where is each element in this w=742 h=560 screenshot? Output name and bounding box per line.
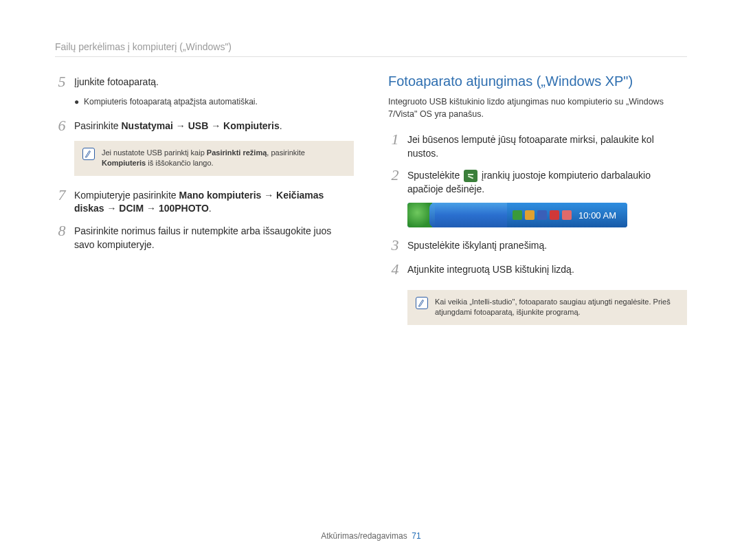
bullet-dot: ●	[74, 97, 80, 108]
system-tray: 10:00 AM	[507, 203, 627, 227]
taskbar-clock: 10:00 AM	[574, 210, 623, 221]
note-icon	[416, 297, 428, 309]
page-footer: Atkūrimas/redagavimas 71	[0, 531, 742, 541]
step-text: Spustelėkite įrankių juostoje kompiuteri…	[407, 167, 687, 196]
note-text: Jei nustatote USB parinktį kaip Pasirink…	[102, 148, 346, 169]
section-intro: Integruoto USB kištukinio lizdo atjungim…	[388, 96, 687, 120]
tray-display-icon	[537, 210, 547, 220]
step-number: 5	[55, 74, 69, 90]
step-number: 4	[388, 261, 402, 278]
tray-shield-icon	[525, 210, 535, 220]
tray-network-icon	[562, 210, 572, 220]
footer-label: Atkūrimas/redagavimas	[321, 531, 407, 541]
step-8: 8 Pasirinkite norimus failus ir nutempki…	[55, 223, 354, 251]
note-box: Jei nustatote USB parinktį kaip Pasirink…	[74, 141, 354, 176]
tray-remove-hardware-icon	[513, 210, 522, 220]
step-5-sub: ● Kompiuteris fotoaparatą atpažįsta auto…	[74, 97, 354, 108]
step-5: 5 Įjunkite fotoaparatą.	[55, 74, 354, 90]
columns: 5 Įjunkite fotoaparatą. ● Kompiuteris fo…	[55, 74, 687, 539]
note-box: Kai veikia „Intelli-studio", fotoaparato…	[407, 290, 687, 325]
tray-volume-icon	[550, 210, 559, 220]
right-column: Fotoaparato atjungimas („Windows XP") In…	[388, 74, 687, 539]
step-text: Spustelėkite iškylantį pranešimą.	[407, 237, 547, 253]
note-text: Kai veikia „Intelli-studio", fotoaparato…	[435, 297, 679, 318]
sub-text: Kompiuteris fotoaparatą atpažįsta automa…	[84, 97, 258, 108]
note-icon	[82, 148, 95, 160]
step-1: 1 Jei būsenos lemputė jūsų fotoaparate m…	[388, 131, 687, 160]
step-number: 3	[388, 237, 402, 254]
left-column: 5 Įjunkite fotoaparatą. ● Kompiuteris fo…	[55, 74, 354, 539]
step-text: Įjunkite fotoaparatą.	[74, 74, 159, 89]
header-title: Failų perkėlimas į kompiuterį („Windows"…	[55, 41, 232, 52]
step-text: Pasirinkite norimus failus ir nutempkite…	[74, 223, 354, 251]
windows-taskbar: 10:00 AM	[407, 203, 627, 227]
step-2: 2 Spustelėkite įrankių juostoje kompiute…	[388, 167, 687, 196]
step-text: Jei būsenos lemputė jūsų fotoaparate mir…	[407, 131, 687, 160]
page-content: Failų perkėlimas į kompiuterį („Windows"…	[55, 41, 687, 539]
step-text: Kompiuteryje pasirinkite Mano kompiuteri…	[74, 187, 354, 216]
page-number: 71	[412, 531, 420, 541]
step-7: 7 Kompiuteryje pasirinkite Mano kompiute…	[55, 187, 354, 216]
start-button-icon	[407, 203, 432, 227]
step-text: Atjunkite integruotą USB kištukinį lizdą…	[407, 261, 574, 277]
safely-remove-icon	[464, 170, 477, 182]
step-number: 8	[55, 223, 69, 239]
step-number: 6	[55, 117, 69, 134]
step-number: 1	[388, 131, 402, 148]
step-6: 6 Pasirinkite Nustatymai → USB → Kompiut…	[55, 117, 354, 134]
step-number: 2	[388, 167, 402, 183]
step-3: 3 Spustelėkite iškylantį pranešimą.	[388, 237, 687, 254]
step-text: Pasirinkite Nustatymai → USB → Kompiuter…	[74, 117, 282, 133]
step-4: 4 Atjunkite integruotą USB kištukinį liz…	[388, 261, 687, 278]
page-header: Failų perkėlimas į kompiuterį („Windows"…	[55, 41, 687, 57]
step-number: 7	[55, 187, 69, 203]
section-title: Fotoaparato atjungimas („Windows XP")	[388, 74, 687, 89]
